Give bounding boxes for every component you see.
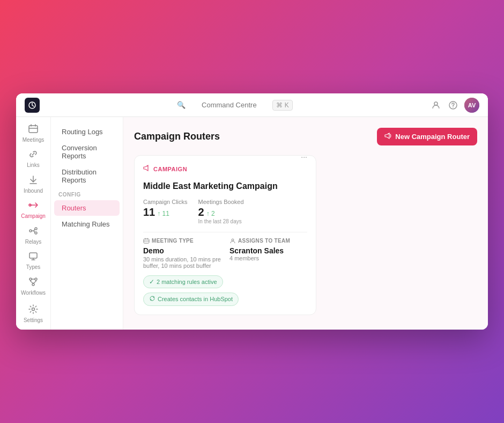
- search-bar[interactable]: 🔍 ⌘ K: [46, 100, 424, 111]
- stat-clicks-label: Campaign Clicks: [143, 199, 188, 205]
- sidebar-item-meetings[interactable]: Meetings: [19, 121, 47, 145]
- sub-sidebar-routing-logs[interactable]: Routing Logs: [54, 124, 120, 140]
- meetings-label: Meetings: [23, 137, 45, 143]
- campaign-label: Campaign: [21, 214, 46, 219]
- svg-rect-4: [29, 126, 38, 133]
- inbound-label: Inbound: [24, 188, 43, 194]
- meeting-type-label: MEETING TYPE: [143, 238, 221, 244]
- assigns-to-value: Scranton Sales: [229, 246, 307, 255]
- card-badge: CAMPAIGN: [143, 164, 187, 173]
- types-label: Types: [26, 265, 41, 270]
- sub-sidebar-distribution-reports[interactable]: Distribution Reports: [54, 164, 120, 188]
- card-title: Middle East Marketing Campaign: [143, 181, 307, 192]
- megaphone-icon: [384, 132, 392, 141]
- svg-point-15: [232, 239, 234, 241]
- settings-label: Settings: [24, 318, 43, 323]
- relays-icon: [28, 225, 39, 238]
- sidebar-item-relays[interactable]: Relays: [19, 223, 47, 247]
- checkmark-icon: ✓: [149, 278, 154, 286]
- sub-sidebar-matching-rules[interactable]: Matching Rules: [54, 216, 120, 232]
- search-shortcut: ⌘ K: [272, 100, 292, 111]
- search-input[interactable]: [189, 101, 269, 109]
- card-details: MEETING TYPE Demo 30 mins duration, 10 m…: [143, 238, 307, 269]
- card-tags: ✓ 2 matching rules active Crea: [143, 275, 307, 306]
- inbound-icon: [28, 174, 39, 187]
- stat-meetings: Meetings Booked 2 ↑ 2 In the last 28 day…: [198, 199, 244, 224]
- settings-icon: [28, 304, 39, 316]
- stat-meetings-value: 2 ↑ 2: [198, 206, 244, 218]
- stat-clicks-value: 11 ↑ 11: [143, 206, 188, 218]
- stat-meetings-label: Meetings Booked: [198, 199, 244, 205]
- avatar[interactable]: AV: [464, 98, 479, 113]
- search-icon: 🔍: [177, 101, 186, 109]
- campaign-card: CAMPAIGN ··· Middle East Marketing Campa…: [134, 155, 316, 315]
- sidebar-item-links[interactable]: Links: [19, 147, 47, 171]
- sidebar-item-types[interactable]: Types: [19, 249, 47, 273]
- meeting-type-value: Demo: [143, 246, 221, 255]
- relays-label: Relays: [25, 239, 42, 245]
- card-divider: [143, 232, 307, 232]
- app-logo: [25, 98, 40, 113]
- assigns-to-section: ASSIGNS TO TEAM Scranton Sales 4 members: [229, 238, 307, 269]
- sub-sidebar: Routing Logs Conversion Reports Distribu…: [51, 117, 123, 330]
- assigns-to-label: ASSIGNS TO TEAM: [229, 238, 307, 244]
- campaign-icon: [28, 200, 39, 212]
- meeting-type-details: 30 mins duration, 10 mins pre buffer, 10…: [143, 256, 221, 269]
- sidebar-item-inbound[interactable]: Inbound: [19, 172, 47, 196]
- workflows-label: Workflows: [21, 290, 46, 296]
- sidebar: Meetings Links Inbound: [16, 117, 51, 330]
- help-icon[interactable]: [447, 99, 459, 111]
- new-campaign-router-label: New Campaign Router: [395, 133, 470, 141]
- links-icon: [28, 149, 39, 161]
- svg-point-3: [453, 107, 454, 108]
- campaign-badge-label: CAMPAIGN: [153, 166, 187, 172]
- card-tag-hubspot: Creates contacts in HubSpot: [143, 293, 239, 306]
- top-bar: 🔍 ⌘ K AV: [16, 93, 488, 117]
- config-section-label: CONFIG: [51, 188, 123, 200]
- user-icon[interactable]: [430, 99, 442, 111]
- links-label: Links: [27, 163, 39, 168]
- content-header: Campaign Routers New Campaign Router: [134, 128, 477, 145]
- sub-sidebar-routers[interactable]: Routers: [54, 200, 120, 216]
- types-icon: [28, 251, 39, 263]
- sidebar-item-workflows[interactable]: Workflows: [19, 274, 47, 298]
- meetings-icon: [28, 123, 39, 136]
- content-area: Campaign Routers New Campaign Router: [123, 117, 488, 330]
- stat-clicks: Campaign Clicks 11 ↑ 11: [143, 199, 188, 224]
- sync-icon: [149, 295, 155, 303]
- new-campaign-router-button[interactable]: New Campaign Router: [377, 128, 477, 145]
- page-title: Campaign Routers: [134, 131, 220, 142]
- sub-sidebar-conversion-reports[interactable]: Conversion Reports: [54, 140, 120, 164]
- svg-point-13: [32, 308, 35, 311]
- workflows-icon: [28, 276, 39, 289]
- sidebar-item-campaign[interactable]: Campaign: [19, 198, 47, 222]
- svg-point-1: [434, 102, 438, 105]
- card-menu-button[interactable]: ···: [301, 152, 307, 161]
- end-of-list-text: You have reached the end of this list: [134, 326, 477, 330]
- sidebar-item-settings[interactable]: Settings: [19, 302, 47, 326]
- assigns-to-members: 4 members: [229, 255, 307, 261]
- app-window: 🔍 ⌘ K AV: [16, 93, 488, 330]
- campaign-badge-icon: [143, 164, 151, 173]
- stat-period: In the last 28 days: [198, 218, 244, 224]
- svg-rect-9: [29, 253, 37, 258]
- main-layout: Meetings Links Inbound: [16, 117, 488, 330]
- top-bar-actions: AV: [430, 98, 479, 113]
- card-stats: Campaign Clicks 11 ↑ 11 Meetings Booked …: [143, 199, 307, 224]
- meeting-type-section: MEETING TYPE Demo 30 mins duration, 10 m…: [143, 238, 221, 269]
- card-tag-matching-rules: ✓ 2 matching rules active: [143, 275, 223, 288]
